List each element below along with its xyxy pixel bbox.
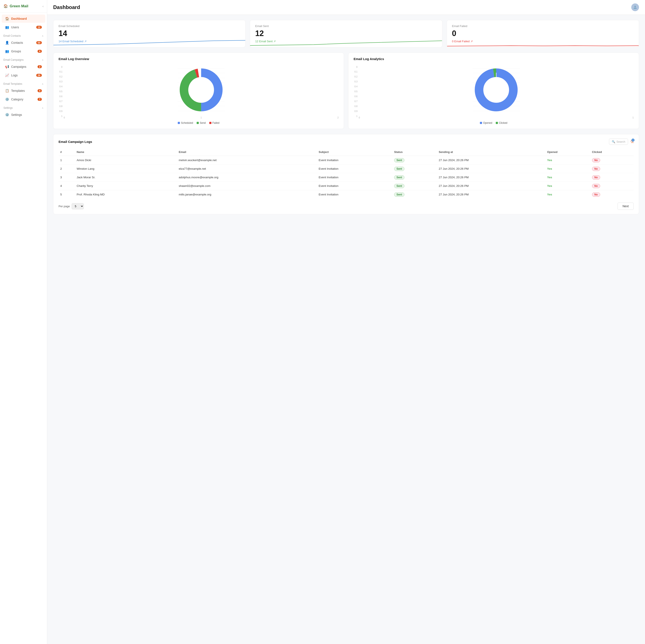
status-badge: Sent <box>394 167 404 171</box>
x-axis-overview: 0 1 2 <box>64 116 339 119</box>
groups-badge: 4 <box>37 50 42 53</box>
y-axis-analytics: 1 0.9 0.8 0.7 0.6 0.5 0.4 0.3 0.2 0.1 0 <box>354 66 359 117</box>
legend-dot-scheduled <box>178 122 180 124</box>
contacts-badge: 50 <box>36 41 42 44</box>
stat-label-sent: Email Sent <box>255 24 437 28</box>
filter-button[interactable]: ⚗ 0 <box>630 139 634 144</box>
col-sending-at: Sending at <box>437 148 546 156</box>
groups-icon: 👥 <box>5 49 9 53</box>
stat-value-failed: 0 <box>452 29 634 38</box>
legend-item-clicked: Clicked <box>496 122 507 124</box>
category-icon: ⚙️ <box>5 98 9 101</box>
sidebar-item-contacts[interactable]: 👤 Contacts 50 <box>2 39 45 47</box>
table-row: 4 Charity Terry shawn02@example.com Even… <box>58 182 634 190</box>
cell-sending-at: 27 Jun 2024, 20:26 PM <box>437 173 546 182</box>
legend-item-failed: Failed <box>209 122 220 124</box>
section-label: Email Campaigns <box>3 58 24 61</box>
chart-analytics-area: 0 1 <box>359 64 634 119</box>
category-badge: 7 <box>37 98 42 101</box>
col-status: Status <box>392 148 437 156</box>
sidebar: 🏠 Green Mail ‹ 🏠 Dashboard 👥 Users 12 Em… <box>0 0 47 644</box>
cell-status: Sent <box>392 165 437 173</box>
cell-sending-at: 27 Jun 2024, 20:26 PM <box>437 156 546 165</box>
section-email-campaigns: Email Campaigns ∧ <box>0 56 47 62</box>
cell-email: adolphus.moore@example.org <box>177 173 317 182</box>
cell-subject: Event Invitation <box>317 156 392 165</box>
sidebar-nav: 🏠 Dashboard 👥 Users 12 Email Contacts ∧ … <box>0 12 47 121</box>
cell-clicked: No <box>590 173 634 182</box>
clicked-badge: No <box>592 184 600 188</box>
cell-name: Prof. Rhoda Kling MD <box>75 190 177 199</box>
section-label: Email Contacts <box>3 34 21 37</box>
cell-sending-at: 27 Jun 2024, 20:26 PM <box>437 182 546 190</box>
chart-analytics-wrapper: 1 0.9 0.8 0.7 0.6 0.5 0.4 0.3 0.2 0.1 0 <box>354 64 634 119</box>
cell-num: 5 <box>58 190 75 199</box>
chevron-up-icon[interactable]: ∧ <box>42 107 43 110</box>
dashboard-content: Email Scheduled 14 14 Email Scheduled ↗ … <box>47 15 645 219</box>
legend-label-opened: Opened <box>483 122 492 124</box>
per-page-label: Per page <box>58 205 70 208</box>
table-row: 1 Amos Dicki melvin.wuckert@example.net … <box>58 156 634 165</box>
sidebar-item-logs[interactable]: 📈 Logs 26 <box>2 71 45 79</box>
cell-status: Sent <box>392 182 437 190</box>
users-icon: 👥 <box>5 25 9 29</box>
legend-label-send: Send <box>200 122 206 124</box>
cell-clicked: No <box>590 182 634 190</box>
status-badge: Sent <box>394 192 404 197</box>
legend-item-opened: Opened <box>480 122 492 124</box>
cell-sending-at: 27 Jun 2024, 20:26 PM <box>437 190 546 199</box>
section-label: Settings <box>3 107 13 110</box>
next-button[interactable]: Next <box>618 202 634 210</box>
col-email: Email <box>177 148 317 156</box>
campaigns-icon: 📢 <box>5 65 9 69</box>
templates-icon: 📋 <box>5 89 9 93</box>
legend-dot-send <box>197 122 199 124</box>
col-subject: Subject <box>317 148 392 156</box>
col-clicked: Clicked <box>590 148 634 156</box>
stat-card-scheduled: Email Scheduled 14 14 Email Scheduled ↗ <box>53 20 245 47</box>
status-badge: Sent <box>394 158 404 162</box>
cell-subject: Event Invitation <box>317 182 392 190</box>
table-body: 1 Amos Dicki melvin.wuckert@example.net … <box>58 156 634 199</box>
cell-name: Jack Morar Sr. <box>75 173 177 182</box>
search-box[interactable]: 🔍 Search <box>609 139 628 145</box>
chevron-up-icon[interactable]: ∧ <box>42 83 43 86</box>
x-axis-analytics: 0 1 <box>359 116 634 119</box>
sidebar-item-label: Campaigns <box>11 65 26 68</box>
cell-subject: Event Invitation <box>317 173 392 182</box>
svg-point-14 <box>189 78 213 102</box>
user-avatar[interactable] <box>631 3 639 11</box>
page-title: Dashboard <box>53 4 80 10</box>
cell-name: Winston Lang <box>75 165 177 173</box>
section-email-contacts: Email Contacts ∧ <box>0 32 47 38</box>
cell-opened: Yes <box>545 173 590 182</box>
legend-item-scheduled: Scheduled <box>178 122 193 124</box>
app-logo: 🏠 Green Mail ‹ <box>0 0 47 12</box>
table-title: Email Campaign Logs <box>58 140 92 144</box>
cell-opened: Yes <box>545 156 590 165</box>
sidebar-item-dashboard[interactable]: 🏠 Dashboard <box>2 15 45 23</box>
main-content: Dashboard Email Scheduled 14 14 Email Sc… <box>47 0 645 644</box>
cell-num: 2 <box>58 165 75 173</box>
chevron-up-icon[interactable]: ∧ <box>42 58 43 61</box>
sidebar-collapse-button[interactable]: ‹ <box>42 4 43 8</box>
cell-name: Amos Dicki <box>75 156 177 165</box>
sidebar-item-groups[interactable]: 👥 Groups 4 <box>2 47 45 55</box>
chevron-up-icon[interactable]: ∧ <box>42 34 43 37</box>
charts-row: Email Log Overview 1 0.9 0.8 0.7 0.6 0.5… <box>53 52 639 129</box>
sidebar-item-category[interactable]: ⚙️ Category 7 <box>2 95 45 104</box>
sidebar-item-users[interactable]: 👥 Users 12 <box>2 23 45 31</box>
sidebar-item-templates[interactable]: 📋 Templates 4 <box>2 87 45 95</box>
legend-dot-failed <box>209 122 211 124</box>
campaign-logs-table: # Name Email Subject Status Sending at O… <box>58 148 634 199</box>
sidebar-item-settings[interactable]: ⚙️ Settings <box>2 111 45 119</box>
sidebar-item-campaigns[interactable]: 📢 Campaigns 2 <box>2 63 45 71</box>
settings-icon: ⚙️ <box>5 113 9 117</box>
legend-label-scheduled: Scheduled <box>181 122 193 124</box>
status-badge: Sent <box>394 175 404 180</box>
cell-email: melvin.wuckert@example.net <box>177 156 317 165</box>
chart-analytics-title: Email Log Analytics <box>354 57 634 61</box>
clicked-badge: No <box>592 167 600 171</box>
per-page-select[interactable]: 5 10 25 <box>72 203 84 209</box>
col-num: # <box>58 148 75 156</box>
